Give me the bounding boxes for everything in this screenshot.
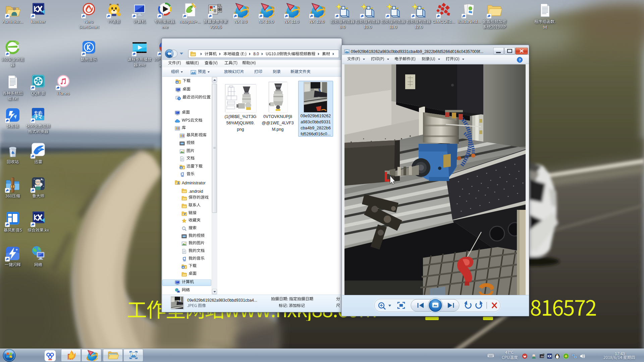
svg-text:?: ? xyxy=(519,58,521,62)
